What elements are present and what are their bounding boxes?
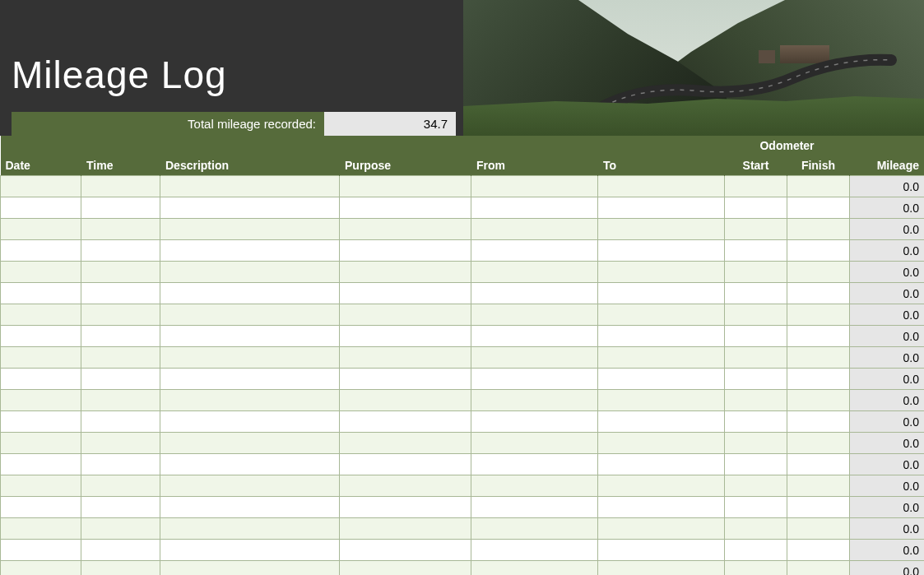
cell-start[interactable] bbox=[725, 411, 787, 433]
cell-time[interactable] bbox=[81, 454, 160, 475]
cell-finish[interactable] bbox=[787, 326, 850, 347]
cell-to[interactable] bbox=[598, 433, 725, 454]
cell-start[interactable] bbox=[725, 283, 787, 304]
cell-finish[interactable] bbox=[787, 540, 850, 561]
cell-description[interactable] bbox=[160, 326, 340, 347]
cell-start[interactable] bbox=[725, 240, 787, 262]
cell-description[interactable] bbox=[160, 540, 340, 561]
cell-to[interactable] bbox=[598, 326, 725, 347]
cell-start[interactable] bbox=[725, 454, 787, 475]
cell-time[interactable] bbox=[81, 347, 160, 369]
cell-from[interactable] bbox=[471, 411, 598, 433]
cell-purpose[interactable] bbox=[340, 262, 471, 283]
cell-finish[interactable] bbox=[787, 561, 850, 576]
cell-date[interactable] bbox=[1, 219, 81, 240]
cell-from[interactable] bbox=[471, 304, 598, 326]
cell-finish[interactable] bbox=[787, 390, 850, 411]
cell-date[interactable] bbox=[1, 540, 81, 561]
cell-start[interactable] bbox=[725, 540, 787, 561]
cell-time[interactable] bbox=[81, 197, 160, 219]
cell-date[interactable] bbox=[1, 390, 81, 411]
cell-to[interactable] bbox=[598, 561, 725, 576]
cell-to[interactable] bbox=[598, 219, 725, 240]
cell-description[interactable] bbox=[160, 240, 340, 262]
cell-purpose[interactable] bbox=[340, 497, 471, 518]
cell-description[interactable] bbox=[160, 176, 340, 197]
cell-to[interactable] bbox=[598, 497, 725, 518]
cell-description[interactable] bbox=[160, 347, 340, 369]
cell-from[interactable] bbox=[471, 540, 598, 561]
cell-date[interactable] bbox=[1, 454, 81, 475]
cell-time[interactable] bbox=[81, 561, 160, 576]
cell-description[interactable] bbox=[160, 497, 340, 518]
cell-start[interactable] bbox=[725, 347, 787, 369]
cell-finish[interactable] bbox=[787, 240, 850, 262]
cell-date[interactable] bbox=[1, 347, 81, 369]
cell-start[interactable] bbox=[725, 369, 787, 390]
cell-date[interactable] bbox=[1, 475, 81, 497]
cell-finish[interactable] bbox=[787, 433, 850, 454]
cell-finish[interactable] bbox=[787, 176, 850, 197]
cell-time[interactable] bbox=[81, 304, 160, 326]
cell-to[interactable] bbox=[598, 262, 725, 283]
cell-to[interactable] bbox=[598, 390, 725, 411]
cell-start[interactable] bbox=[725, 497, 787, 518]
cell-description[interactable] bbox=[160, 283, 340, 304]
cell-date[interactable] bbox=[1, 262, 81, 283]
cell-time[interactable] bbox=[81, 369, 160, 390]
cell-purpose[interactable] bbox=[340, 540, 471, 561]
cell-finish[interactable] bbox=[787, 454, 850, 475]
cell-purpose[interactable] bbox=[340, 283, 471, 304]
cell-time[interactable] bbox=[81, 411, 160, 433]
cell-from[interactable] bbox=[471, 347, 598, 369]
cell-from[interactable] bbox=[471, 262, 598, 283]
cell-from[interactable] bbox=[471, 518, 598, 540]
cell-start[interactable] bbox=[725, 219, 787, 240]
cell-start[interactable] bbox=[725, 176, 787, 197]
cell-to[interactable] bbox=[598, 347, 725, 369]
cell-date[interactable] bbox=[1, 518, 81, 540]
cell-to[interactable] bbox=[598, 197, 725, 219]
cell-time[interactable] bbox=[81, 518, 160, 540]
cell-description[interactable] bbox=[160, 518, 340, 540]
cell-date[interactable] bbox=[1, 561, 81, 576]
cell-from[interactable] bbox=[471, 433, 598, 454]
cell-start[interactable] bbox=[725, 433, 787, 454]
cell-finish[interactable] bbox=[787, 197, 850, 219]
cell-time[interactable] bbox=[81, 283, 160, 304]
cell-purpose[interactable] bbox=[340, 518, 471, 540]
cell-finish[interactable] bbox=[787, 497, 850, 518]
cell-finish[interactable] bbox=[787, 347, 850, 369]
cell-to[interactable] bbox=[598, 518, 725, 540]
cell-time[interactable] bbox=[81, 240, 160, 262]
cell-date[interactable] bbox=[1, 411, 81, 433]
cell-start[interactable] bbox=[725, 561, 787, 576]
cell-start[interactable] bbox=[725, 326, 787, 347]
cell-purpose[interactable] bbox=[340, 219, 471, 240]
cell-date[interactable] bbox=[1, 433, 81, 454]
cell-time[interactable] bbox=[81, 475, 160, 497]
cell-time[interactable] bbox=[81, 219, 160, 240]
cell-description[interactable] bbox=[160, 411, 340, 433]
cell-time[interactable] bbox=[81, 433, 160, 454]
cell-time[interactable] bbox=[81, 390, 160, 411]
cell-purpose[interactable] bbox=[340, 347, 471, 369]
cell-from[interactable] bbox=[471, 197, 598, 219]
cell-time[interactable] bbox=[81, 262, 160, 283]
cell-from[interactable] bbox=[471, 176, 598, 197]
cell-description[interactable] bbox=[160, 369, 340, 390]
cell-from[interactable] bbox=[471, 454, 598, 475]
cell-finish[interactable] bbox=[787, 369, 850, 390]
cell-purpose[interactable] bbox=[340, 240, 471, 262]
cell-to[interactable] bbox=[598, 283, 725, 304]
cell-date[interactable] bbox=[1, 326, 81, 347]
cell-finish[interactable] bbox=[787, 518, 850, 540]
cell-purpose[interactable] bbox=[340, 411, 471, 433]
cell-description[interactable] bbox=[160, 197, 340, 219]
cell-time[interactable] bbox=[81, 326, 160, 347]
cell-date[interactable] bbox=[1, 240, 81, 262]
cell-from[interactable] bbox=[471, 475, 598, 497]
cell-finish[interactable] bbox=[787, 475, 850, 497]
cell-finish[interactable] bbox=[787, 411, 850, 433]
cell-purpose[interactable] bbox=[340, 475, 471, 497]
